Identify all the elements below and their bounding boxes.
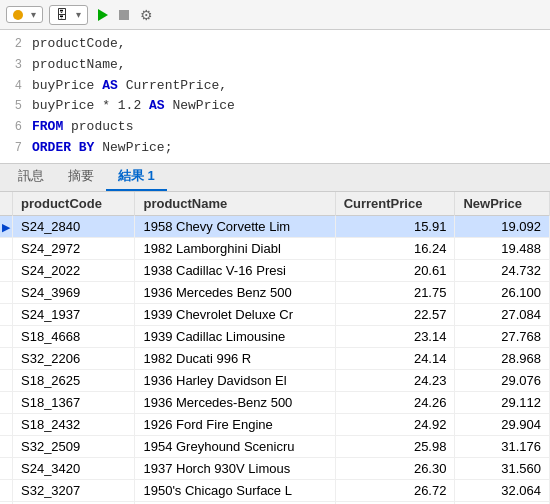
row-arrow [0, 435, 13, 457]
stop-button[interactable] [119, 10, 132, 20]
product-code-cell: S18_2625 [13, 369, 135, 391]
results-area[interactable]: productCodeproductNameCurrentPriceNewPri… [0, 192, 550, 504]
current-price-cell: 15.91 [335, 215, 455, 237]
current-price-cell: 24.26 [335, 391, 455, 413]
stop-icon [119, 10, 129, 20]
table-row[interactable]: S24_19371939 Chevrolet Deluxe Cr22.5727.… [0, 303, 550, 325]
row-arrow [0, 325, 13, 347]
table-row[interactable]: S32_25091954 Greyhound Scenicru25.9831.1… [0, 435, 550, 457]
table-row[interactable]: S24_20221938 Cadillac V-16 Presi20.6124.… [0, 259, 550, 281]
line-number: 5 [0, 97, 32, 116]
table-row[interactable]: S32_22061982 Ducati 996 R24.1428.968 [0, 347, 550, 369]
current-price-cell: 21.75 [335, 281, 455, 303]
current-price-cell: 24.23 [335, 369, 455, 391]
new-price-cell: 26.100 [455, 281, 550, 303]
db-selector[interactable]: ▾ [6, 6, 43, 23]
selected-arrow-icon: ▶ [2, 221, 10, 233]
code-text: productCode, [32, 34, 126, 55]
new-price-cell: 27.084 [455, 303, 550, 325]
product-name-cell: 1982 Ducati 996 R [135, 347, 335, 369]
explain-icon: ⚙ [140, 7, 153, 23]
code-text: buyPrice AS CurrentPrice, [32, 76, 227, 97]
column-header-CurrentPrice: CurrentPrice [335, 192, 455, 216]
code-text: productName, [32, 55, 126, 76]
keyword: ORDER BY [32, 140, 94, 155]
table-row[interactable]: ▶S24_28401958 Chevy Corvette Lim15.9119.… [0, 215, 550, 237]
explain-button[interactable]: ⚙ [140, 7, 156, 23]
new-price-cell: 19.488 [455, 237, 550, 259]
code-text: ORDER BY NewPrice; [32, 138, 172, 159]
tab-結果 1[interactable]: 結果 1 [106, 163, 167, 191]
column-header-NewPrice: NewPrice [455, 192, 550, 216]
table-row[interactable]: S24_29721982 Lamborghini Diabl16.2419.48… [0, 237, 550, 259]
code-editor[interactable]: 2 productCode,3 productName,4 buyPrice A… [0, 30, 550, 164]
table-row[interactable]: S18_24321926 Ford Fire Engine24.9229.904 [0, 413, 550, 435]
product-name-cell: 1950's Chicago Surface L [135, 479, 335, 501]
table-row[interactable]: S18_26251936 Harley Davidson El24.2329.0… [0, 369, 550, 391]
code-line: 3 productName, [0, 55, 550, 76]
mysql-icon [13, 10, 23, 20]
product-code-cell: S24_2840 [13, 215, 135, 237]
run-button[interactable] [98, 9, 111, 21]
current-price-cell: 16.24 [335, 237, 455, 259]
row-arrow: ▶ [0, 215, 13, 237]
schema-selector[interactable]: 🗄 ▾ [49, 5, 88, 25]
row-arrow [0, 413, 13, 435]
tab-摘要[interactable]: 摘要 [56, 163, 106, 191]
tab-訊息[interactable]: 訊息 [6, 163, 56, 191]
row-indicator-header [0, 192, 13, 216]
results-table: productCodeproductNameCurrentPriceNewPri… [0, 192, 550, 504]
row-arrow [0, 303, 13, 325]
current-price-cell: 20.61 [335, 259, 455, 281]
new-price-cell: 32.064 [455, 479, 550, 501]
table-row[interactable]: S32_32071950's Chicago Surface L26.7232.… [0, 479, 550, 501]
product-code-cell: S24_3969 [13, 281, 135, 303]
current-price-cell: 22.57 [335, 303, 455, 325]
product-name-cell: 1936 Mercedes-Benz 500 [135, 391, 335, 413]
code-text: FROM products [32, 117, 133, 138]
column-header-productCode: productCode [13, 192, 135, 216]
product-name-cell: 1936 Mercedes Benz 500 [135, 281, 335, 303]
product-name-cell: 1939 Chevrolet Deluxe Cr [135, 303, 335, 325]
play-icon [98, 9, 108, 21]
tabs-bar: 訊息摘要結果 1 [0, 164, 550, 192]
new-price-cell: 24.732 [455, 259, 550, 281]
product-code-cell: S18_4668 [13, 325, 135, 347]
product-name-cell: 1954 Greyhound Scenicru [135, 435, 335, 457]
current-price-cell: 24.92 [335, 413, 455, 435]
keyword: AS [102, 78, 118, 93]
new-price-cell: 29.112 [455, 391, 550, 413]
line-number: 3 [0, 56, 32, 75]
chevron-down-schema-icon: ▾ [76, 9, 81, 20]
row-arrow [0, 237, 13, 259]
main-content: 2 productCode,3 productName,4 buyPrice A… [0, 30, 550, 504]
current-price-cell: 26.30 [335, 457, 455, 479]
new-price-cell: 31.176 [455, 435, 550, 457]
line-number: 4 [0, 77, 32, 96]
code-line: 7ORDER BY NewPrice; [0, 138, 550, 159]
row-arrow [0, 479, 13, 501]
product-code-cell: S32_2206 [13, 347, 135, 369]
line-number: 2 [0, 35, 32, 54]
product-code-cell: S24_2972 [13, 237, 135, 259]
product-code-cell: S24_1937 [13, 303, 135, 325]
table-row[interactable]: S18_13671936 Mercedes-Benz 50024.2629.11… [0, 391, 550, 413]
table-row[interactable]: S24_34201937 Horch 930V Limous26.3031.56… [0, 457, 550, 479]
line-number: 6 [0, 118, 32, 137]
column-header-productName: productName [135, 192, 335, 216]
product-name-cell: 1939 Cadillac Limousine [135, 325, 335, 347]
product-code-cell: S18_2432 [13, 413, 135, 435]
new-price-cell: 29.904 [455, 413, 550, 435]
current-price-cell: 25.98 [335, 435, 455, 457]
row-arrow [0, 347, 13, 369]
table-row[interactable]: S18_46681939 Cadillac Limousine23.1427.7… [0, 325, 550, 347]
product-code-cell: S32_2509 [13, 435, 135, 457]
toolbar: ▾ 🗄 ▾ ⚙ [0, 0, 550, 30]
code-text: buyPrice * 1.2 AS NewPrice [32, 96, 235, 117]
current-price-cell: 26.72 [335, 479, 455, 501]
product-name-cell: 1938 Cadillac V-16 Presi [135, 259, 335, 281]
table-row[interactable]: S24_39691936 Mercedes Benz 50021.7526.10… [0, 281, 550, 303]
schema-icon: 🗄 [56, 8, 68, 22]
row-arrow [0, 369, 13, 391]
row-arrow [0, 259, 13, 281]
